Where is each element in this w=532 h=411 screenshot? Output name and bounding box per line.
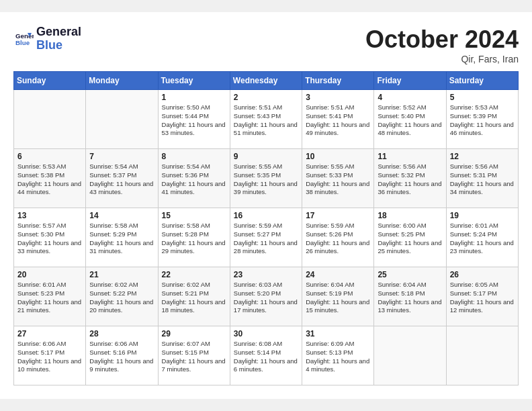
day-info: Sunrise: 5:54 AM Sunset: 5:36 PM Dayligh…: [162, 163, 226, 197]
calendar-cell: 13Sunrise: 5:57 AM Sunset: 5:30 PM Dayli…: [14, 208, 86, 267]
calendar-cell: 29Sunrise: 6:07 AM Sunset: 5:15 PM Dayli…: [158, 326, 230, 385]
day-number: 28: [89, 329, 154, 338]
day-info: Sunrise: 6:09 AM Sunset: 5:13 PM Dayligh…: [306, 340, 370, 374]
calendar-week-row: 6Sunrise: 5:53 AM Sunset: 5:38 PM Daylig…: [14, 149, 519, 208]
day-info: Sunrise: 6:02 AM Sunset: 5:22 PM Dayligh…: [89, 281, 154, 315]
month-title: October 2024: [365, 26, 519, 54]
calendar-cell: 9Sunrise: 5:55 AM Sunset: 5:35 PM Daylig…: [230, 149, 302, 208]
calendar-cell: 23Sunrise: 6:03 AM Sunset: 5:20 PM Dayli…: [230, 267, 302, 326]
calendar-cell: 30Sunrise: 6:08 AM Sunset: 5:14 PM Dayli…: [230, 326, 302, 385]
day-number: 26: [450, 270, 515, 279]
weekday-header: Sunday: [14, 72, 86, 90]
svg-text:Blue: Blue: [15, 39, 30, 46]
day-number: 13: [17, 211, 82, 220]
calendar-cell: 31Sunrise: 6:09 AM Sunset: 5:13 PM Dayli…: [302, 326, 374, 385]
weekday-header: Friday: [374, 72, 446, 90]
calendar-cell: [86, 90, 158, 149]
day-number: 23: [234, 270, 298, 279]
day-info: Sunrise: 6:00 AM Sunset: 5:25 PM Dayligh…: [378, 222, 442, 256]
day-number: 4: [378, 93, 442, 102]
day-number: 27: [17, 329, 82, 338]
logo-icon: General Blue: [13, 29, 34, 49]
day-number: 17: [306, 211, 370, 220]
day-number: 5: [450, 93, 515, 102]
day-info: Sunrise: 5:59 AM Sunset: 5:27 PM Dayligh…: [234, 222, 298, 256]
day-number: 22: [162, 270, 226, 279]
day-info: Sunrise: 5:56 AM Sunset: 5:31 PM Dayligh…: [450, 163, 515, 197]
day-info: Sunrise: 5:58 AM Sunset: 5:29 PM Dayligh…: [89, 222, 154, 256]
calendar-cell: 8Sunrise: 5:54 AM Sunset: 5:36 PM Daylig…: [158, 149, 230, 208]
day-number: 1: [162, 93, 226, 102]
calendar-cell: 12Sunrise: 5:56 AM Sunset: 5:31 PM Dayli…: [446, 149, 518, 208]
calendar-cell: 16Sunrise: 5:59 AM Sunset: 5:27 PM Dayli…: [230, 208, 302, 267]
day-info: Sunrise: 6:01 AM Sunset: 5:23 PM Dayligh…: [17, 281, 82, 315]
calendar-cell: 7Sunrise: 5:54 AM Sunset: 5:37 PM Daylig…: [86, 149, 158, 208]
day-info: Sunrise: 6:03 AM Sunset: 5:20 PM Dayligh…: [234, 281, 298, 315]
calendar-cell: 15Sunrise: 5:58 AM Sunset: 5:28 PM Dayli…: [158, 208, 230, 267]
calendar-cell: [14, 90, 86, 149]
calendar-cell: 4Sunrise: 5:52 AM Sunset: 5:40 PM Daylig…: [374, 90, 446, 149]
day-number: 9: [234, 152, 298, 161]
calendar-cell: 24Sunrise: 6:04 AM Sunset: 5:19 PM Dayli…: [302, 267, 374, 326]
day-info: Sunrise: 5:54 AM Sunset: 5:37 PM Dayligh…: [89, 163, 154, 197]
calendar-week-row: 1Sunrise: 5:50 AM Sunset: 5:44 PM Daylig…: [14, 90, 519, 149]
day-info: Sunrise: 5:53 AM Sunset: 5:38 PM Dayligh…: [17, 163, 82, 197]
calendar-cell: 10Sunrise: 5:55 AM Sunset: 5:33 PM Dayli…: [302, 149, 374, 208]
day-number: 12: [450, 152, 515, 161]
calendar-cell: 21Sunrise: 6:02 AM Sunset: 5:22 PM Dayli…: [86, 267, 158, 326]
weekday-header: Wednesday: [230, 72, 302, 90]
calendar-cell: 1Sunrise: 5:50 AM Sunset: 5:44 PM Daylig…: [158, 90, 230, 149]
day-number: 2: [234, 93, 298, 102]
day-number: 29: [162, 329, 226, 338]
day-info: Sunrise: 5:53 AM Sunset: 5:39 PM Dayligh…: [450, 103, 515, 138]
day-info: Sunrise: 5:59 AM Sunset: 5:26 PM Dayligh…: [306, 222, 370, 256]
day-info: Sunrise: 5:50 AM Sunset: 5:44 PM Dayligh…: [162, 103, 226, 138]
logo: General Blue General Blue: [13, 26, 81, 52]
day-number: 21: [89, 270, 154, 279]
day-info: Sunrise: 5:51 AM Sunset: 5:41 PM Dayligh…: [306, 103, 370, 138]
day-info: Sunrise: 6:05 AM Sunset: 5:17 PM Dayligh…: [450, 281, 515, 315]
calendar-cell: [446, 326, 518, 385]
day-info: Sunrise: 5:56 AM Sunset: 5:32 PM Dayligh…: [378, 163, 442, 197]
day-info: Sunrise: 6:06 AM Sunset: 5:16 PM Dayligh…: [89, 340, 154, 374]
day-info: Sunrise: 5:52 AM Sunset: 5:40 PM Dayligh…: [378, 103, 442, 138]
day-number: 3: [306, 93, 370, 102]
day-info: Sunrise: 5:57 AM Sunset: 5:30 PM Dayligh…: [17, 222, 82, 256]
day-number: 7: [89, 152, 154, 161]
location: Qir, Fars, Iran: [365, 54, 519, 64]
day-info: Sunrise: 6:08 AM Sunset: 5:14 PM Dayligh…: [234, 340, 298, 374]
day-info: Sunrise: 6:01 AM Sunset: 5:24 PM Dayligh…: [450, 222, 515, 256]
calendar-week-row: 13Sunrise: 5:57 AM Sunset: 5:30 PM Dayli…: [14, 208, 519, 267]
logo-line1: General: [36, 26, 81, 39]
weekday-header: Thursday: [302, 72, 374, 90]
day-number: 6: [17, 152, 82, 161]
calendar-cell: 18Sunrise: 6:00 AM Sunset: 5:25 PM Dayli…: [374, 208, 446, 267]
calendar-cell: 11Sunrise: 5:56 AM Sunset: 5:32 PM Dayli…: [374, 149, 446, 208]
calendar-week-row: 27Sunrise: 6:06 AM Sunset: 5:17 PM Dayli…: [14, 326, 519, 385]
weekday-header: Monday: [86, 72, 158, 90]
day-info: Sunrise: 6:04 AM Sunset: 5:18 PM Dayligh…: [378, 281, 442, 315]
calendar-cell: 3Sunrise: 5:51 AM Sunset: 5:41 PM Daylig…: [302, 90, 374, 149]
day-info: Sunrise: 5:51 AM Sunset: 5:43 PM Dayligh…: [234, 103, 298, 138]
day-info: Sunrise: 6:02 AM Sunset: 5:21 PM Dayligh…: [162, 281, 226, 315]
day-number: 20: [17, 270, 82, 279]
calendar-cell: 2Sunrise: 5:51 AM Sunset: 5:43 PM Daylig…: [230, 90, 302, 149]
calendar-cell: 20Sunrise: 6:01 AM Sunset: 5:23 PM Dayli…: [14, 267, 86, 326]
day-number: 24: [306, 270, 370, 279]
day-number: 18: [378, 211, 442, 220]
weekday-header: Tuesday: [158, 72, 230, 90]
day-info: Sunrise: 5:55 AM Sunset: 5:33 PM Dayligh…: [306, 163, 370, 197]
calendar-cell: [374, 326, 446, 385]
calendar-week-row: 20Sunrise: 6:01 AM Sunset: 5:23 PM Dayli…: [14, 267, 519, 326]
header: General Blue General Blue October 2024 Q…: [13, 26, 519, 64]
calendar-cell: 6Sunrise: 5:53 AM Sunset: 5:38 PM Daylig…: [14, 149, 86, 208]
day-number: 14: [89, 211, 154, 220]
calendar-cell: 17Sunrise: 5:59 AM Sunset: 5:26 PM Dayli…: [302, 208, 374, 267]
day-info: Sunrise: 5:58 AM Sunset: 5:28 PM Dayligh…: [162, 222, 226, 256]
logo-text: General Blue: [36, 26, 81, 52]
calendar-table: SundayMondayTuesdayWednesdayThursdayFrid…: [13, 71, 519, 385]
day-number: 25: [378, 270, 442, 279]
day-info: Sunrise: 6:06 AM Sunset: 5:17 PM Dayligh…: [17, 340, 82, 374]
calendar-cell: 22Sunrise: 6:02 AM Sunset: 5:21 PM Dayli…: [158, 267, 230, 326]
calendar-cell: 25Sunrise: 6:04 AM Sunset: 5:18 PM Dayli…: [374, 267, 446, 326]
